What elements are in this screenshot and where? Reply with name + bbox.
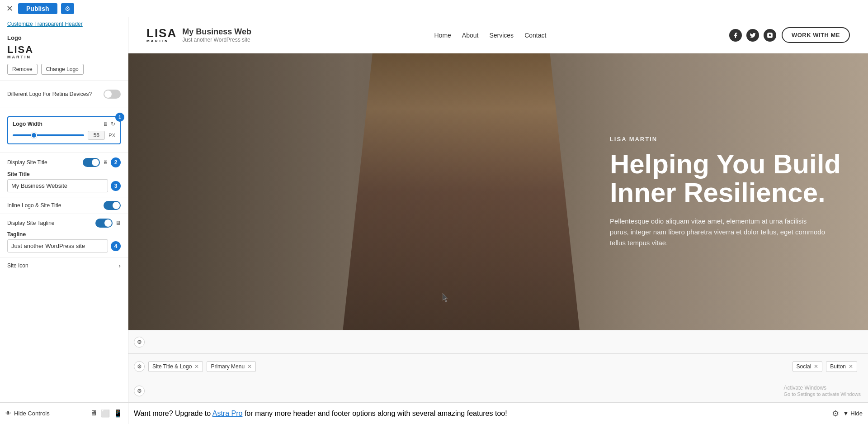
builder-row-1: ⚙ [128, 330, 868, 353]
hero-heading: Helping You Build Inner Resilience. [610, 149, 841, 206]
slider-row: 56 PX [13, 131, 115, 140]
button-tag-label: Button [830, 363, 846, 370]
instagram-icon[interactable] [764, 29, 776, 42]
primary-menu-remove[interactable]: ✕ [247, 363, 252, 370]
site-title-field-wrapper: Site Title 3 [7, 171, 121, 192]
upgrade-prefix: Want more? Upgrade to [134, 410, 211, 417]
preview-logo-text: LISA [146, 27, 177, 39]
site-header: LISA MARTIN My Business Web Just another… [128, 17, 868, 53]
upgrade-text: Want more? Upgrade to Astra Pro for many… [134, 410, 507, 418]
logo-display: LISA MARTIN [7, 45, 121, 59]
row2-gear[interactable]: ⚙ [134, 361, 145, 372]
tagline-input[interactable] [7, 239, 108, 252]
builder-row-3: ⚙ Activate Windows Go to Settings to act… [128, 379, 868, 402]
desktop-icon[interactable]: 🖥 [103, 121, 108, 127]
nav-contact[interactable]: Contact [524, 32, 546, 39]
main-layout: Customize Transparent Header Logo LISA M… [0, 17, 868, 424]
primary-menu-tag-label: Primary Menu [211, 363, 245, 370]
badge-3: 3 [111, 181, 121, 191]
hero-section: LISA MARTIN Helping You Build Inner Resi… [128, 53, 868, 330]
display-site-title-label: Display Site Title [7, 159, 47, 166]
inline-logo-row: Inline Logo & Site Title [0, 197, 128, 214]
device-icons: 🖥 ⬜ 📱 [90, 409, 123, 418]
activate-windows-msg: Activate Windows Go to Settings to activ… [783, 385, 868, 397]
panel-bottom-bar: 👁 Hide Controls 🖥 ⬜ 📱 [0, 402, 128, 424]
badge-2: 2 [111, 157, 121, 167]
retina-slider [104, 90, 121, 99]
close-button[interactable]: ✕ [5, 4, 14, 14]
nav-about[interactable]: About [462, 32, 479, 39]
site-icon-row: Site Icon › [7, 262, 121, 269]
site-title-section: Display Site Title 🖥 2 Site Title 3 [0, 153, 128, 197]
social-remove[interactable]: ✕ [814, 363, 818, 370]
site-branding: LISA MARTIN My Business Web Just another… [146, 27, 251, 43]
desktop-device-icon[interactable]: 🖥 [90, 409, 97, 418]
tagline-device-icon[interactable]: 🖥 [115, 220, 121, 226]
button-remove[interactable]: ✕ [849, 363, 853, 370]
twitter-icon[interactable] [746, 29, 759, 42]
logo-main-text: LISA [7, 45, 33, 55]
site-icon-section: Site Icon › [0, 257, 128, 274]
retina-toggle-row: Different Logo For Retina Devices? [7, 86, 121, 102]
upgrade-link[interactable]: Astra Pro [212, 410, 243, 417]
logo-width-icons: 🖥 ↻ [103, 121, 115, 127]
topbar-settings-button[interactable]: ⚙ [61, 3, 74, 14]
header-right: WORK WITH ME [729, 27, 850, 43]
site-icon-chevron[interactable]: › [118, 262, 121, 269]
preview-logo-sub: MARTIN [146, 39, 169, 43]
button-tag[interactable]: Button ✕ [826, 361, 857, 372]
social-tag[interactable]: Social ✕ [793, 361, 823, 372]
tagline-field-label: Tagline [7, 231, 121, 238]
facebook-icon[interactable] [729, 29, 742, 42]
eye-icon: 👁 [5, 410, 11, 417]
preview-site-tagline: Just another WordPress site [182, 37, 251, 43]
tablet-device-icon[interactable]: ⬜ [101, 409, 110, 418]
display-site-title-device-icon[interactable]: 🖥 [103, 159, 108, 166]
display-site-title-toggle[interactable] [83, 158, 100, 167]
site-title-field-label: Site Title [7, 171, 121, 177]
badge-1: 1 [115, 113, 124, 122]
social-tag-label: Social [797, 363, 811, 370]
status-bar: Want more? Upgrade to Astra Pro for many… [128, 402, 868, 424]
mobile-device-icon[interactable]: 📱 [113, 409, 123, 418]
display-site-title-slider [83, 158, 100, 167]
logo-buttons: Remove Change Logo [7, 64, 121, 75]
display-tagline-slider [95, 219, 113, 228]
remove-logo-button[interactable]: Remove [7, 64, 38, 75]
inline-logo-toggle[interactable] [104, 201, 121, 210]
display-tagline-toggle[interactable] [95, 219, 113, 228]
badge-4: 4 [111, 241, 121, 251]
publish-button[interactable]: Publish [18, 3, 57, 14]
left-panel: Customize Transparent Header Logo LISA M… [0, 17, 128, 424]
nav-services[interactable]: Services [489, 32, 514, 39]
status-hide-button[interactable]: ▼ Hide [843, 410, 863, 417]
breadcrumb-link[interactable]: Customize Transparent Header [0, 17, 128, 29]
display-tagline-label: Display Site Tagline [7, 220, 55, 226]
site-title-logo-tag[interactable]: Site Title & Logo ✕ [148, 361, 203, 372]
row3-gear[interactable]: ⚙ [134, 386, 145, 396]
work-with-me-button[interactable]: WORK WITH ME [782, 27, 850, 43]
hero-content: LISA MARTIN Helping You Build Inner Resi… [610, 135, 841, 248]
social-icons [729, 29, 776, 42]
site-title-tagline-block: My Business Web Just another WordPress s… [182, 27, 251, 43]
primary-menu-tag[interactable]: Primary Menu ✕ [207, 361, 256, 372]
site-title-logo-remove[interactable]: ✕ [194, 363, 199, 370]
status-right: ⚙ ▼ Hide [832, 409, 863, 419]
main-nav: Home About Services Contact [434, 32, 546, 39]
row1-gear[interactable]: ⚙ [134, 337, 145, 348]
hide-controls-button[interactable]: 👁 Hide Controls [5, 410, 50, 417]
site-title-input[interactable] [7, 179, 108, 192]
retina-label: Different Logo For Retina Devices? [7, 91, 92, 97]
responsive-icon[interactable]: ↻ [111, 121, 115, 127]
status-settings-icon[interactable]: ⚙ [832, 409, 839, 419]
hide-label: Hide [850, 410, 863, 417]
builder-row-2: ⚙ Site Title & Logo ✕ Primary Menu ✕ Soc… [128, 353, 868, 379]
nav-home[interactable]: Home [434, 32, 451, 39]
logo-section: Logo LISA MARTIN Remove Change Logo [0, 29, 128, 81]
logo-width-slider[interactable] [13, 134, 84, 136]
change-logo-button[interactable]: Change Logo [41, 64, 84, 75]
display-tagline-row: Display Site Tagline 🖥 [7, 219, 121, 228]
top-bar: ✕ Publish ⚙ [0, 0, 868, 17]
retina-toggle[interactable] [104, 90, 121, 99]
inline-logo-slider [104, 201, 121, 210]
